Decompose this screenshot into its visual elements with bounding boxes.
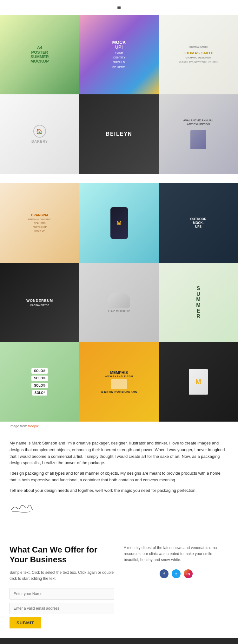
- offer-left: What Can We Offer for Your Business Samp…: [10, 545, 114, 629]
- offer-section: What Can We Offer for Your Business Samp…: [0, 532, 238, 638]
- social-icons: f t in: [124, 569, 228, 578]
- gallery-cell-store[interactable]: Beileyn: [79, 94, 159, 174]
- hamburger-icon[interactable]: ≡: [117, 4, 121, 11]
- twitter-icon[interactable]: t: [172, 569, 181, 578]
- gallery-row-2: 🏠 BAKERY Beileyn AVALANCHE ANNUALART EXH…: [0, 94, 238, 174]
- gallery-cell-wonderbum[interactable]: WONDERBUM Karina Dryso: [0, 263, 79, 342]
- email-input[interactable]: [10, 603, 114, 614]
- gallery-cell-cup[interactable]: ORANGINA Fresh & Organic REALISTICPHOTOS…: [0, 183, 79, 263]
- gallery-cell-bag[interactable]: 🏠 BAKERY: [0, 94, 79, 174]
- gallery-row-4: WONDERBUM Karina Dryso CAP MOCKUP SUMMER: [0, 263, 238, 342]
- gallery-cell-exhibition[interactable]: AVALANCHE ANNUALART EXHIBITION: [159, 94, 238, 174]
- gallery-row-5: SOLO® SOLO® SOLO® SOLO° MEMPHIS www.exam…: [0, 342, 238, 422]
- about-paragraph-1: My name is Mark Stanson and I'm a creati…: [10, 440, 228, 466]
- about-section: My name is Mark Stanson and I'm a creati…: [0, 430, 238, 532]
- gallery-cell-memphis[interactable]: MEMPHIS www.example.com 00-123-4567 | YO…: [79, 342, 159, 422]
- freepik-link[interactable]: freepik: [28, 424, 39, 428]
- gallery-row-1: A4POSTERSUMMERMOCKUP MOCKUP!youridentity…: [0, 15, 238, 94]
- gallery-section-2: ORANGINA Fresh & Organic REALISTICPHOTOS…: [0, 183, 238, 422]
- gallery-gap: [0, 174, 238, 183]
- gallery-cell-cap[interactable]: CAP MOCKUP: [79, 263, 159, 342]
- signature-image: [10, 502, 35, 515]
- gallery-cell-billboard[interactable]: MOCKUP!youridentityshouldbe here.: [79, 15, 159, 94]
- gallery-cell-phone[interactable]: M: [79, 183, 159, 263]
- instagram-icon[interactable]: in: [184, 569, 193, 578]
- gallery-section-1: A4POSTERSUMMERMOCKUP MOCKUP!youridentity…: [0, 15, 238, 174]
- submit-button[interactable]: SUBMIT: [10, 617, 41, 628]
- name-input[interactable]: [10, 588, 114, 600]
- about-paragraph-2: I design packaging of all types and for …: [10, 470, 228, 484]
- navigation: ≡: [0, 0, 238, 15]
- gallery-row-3: ORANGINA Fresh & Organic REALISTICPHOTOS…: [0, 183, 238, 263]
- about-paragraph-3: Tell me about your design needs and toge…: [10, 487, 228, 494]
- facebook-icon[interactable]: f: [160, 569, 169, 578]
- gallery-cell-poster[interactable]: A4POSTERSUMMERMOCKUP: [0, 15, 79, 94]
- offer-title: What Can We Offer for Your Business: [10, 545, 114, 565]
- footer: Sample text. Click to select the text bo…: [0, 638, 238, 644]
- image-credit: Image from freepik: [0, 422, 238, 430]
- gallery-cell-solo[interactable]: SOLO® SOLO® SOLO® SOLO°: [0, 342, 79, 422]
- offer-layout: What Can We Offer for Your Business Samp…: [10, 545, 228, 629]
- offer-subtitle: Sample text. Click to select the text bo…: [10, 570, 114, 582]
- gallery-cell-summer-poster[interactable]: SUMMER: [159, 263, 238, 342]
- offer-right-text: A monthly digest of the latest news and …: [124, 545, 228, 563]
- offer-right: A monthly digest of the latest news and …: [124, 545, 228, 629]
- gallery-cell-outdoor[interactable]: OUTDOORMOCK-UPS: [159, 183, 238, 263]
- gallery-cell-letter[interactable]: M: [159, 342, 238, 422]
- gallery-cell-bcard[interactable]: THOMAS SMITH THOMAS SMITH GRAPHIC DESIGN…: [159, 15, 238, 94]
- signature: [10, 500, 228, 516]
